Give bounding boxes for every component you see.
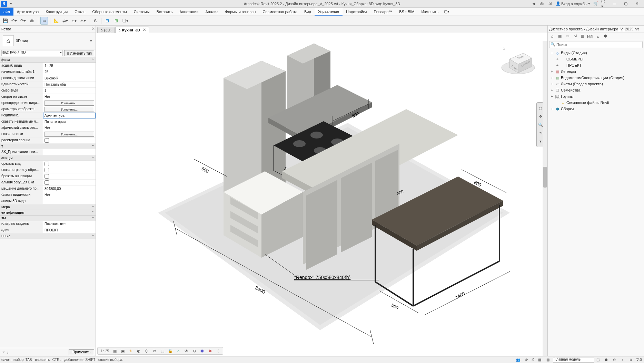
prop-checkbox[interactable]: [44, 174, 49, 179]
prop-value[interactable]: [43, 149, 96, 155]
pb-i2-icon[interactable]: ▭: [564, 33, 571, 39]
tree-toggle-icon[interactable]: +: [550, 69, 554, 74]
visual-style-icon[interactable]: ▣: [119, 348, 126, 354]
tree-row-1[interactable]: +ОБМЕРЫ: [549, 56, 643, 62]
sb-i2-icon[interactable]: ⟳: [523, 357, 529, 363]
sb-filter-icon[interactable]: ∇:0: [636, 357, 643, 363]
tree-toggle-icon[interactable]: +: [550, 94, 554, 98]
family-selector[interactable]: вид: Кухня_3D ▾: [1, 50, 63, 56]
tree-toggle-icon[interactable]: +: [550, 76, 554, 80]
prop-value[interactable]: По категории: [43, 119, 96, 125]
ribbon-tab-16[interactable]: Изменить: [418, 8, 442, 16]
section-collapse-icon[interactable]: ⌃: [91, 211, 94, 214]
print-icon[interactable]: 🖶: [28, 17, 36, 25]
tag-icon[interactable]: ❏▾: [121, 17, 129, 25]
ribbon-tab-10[interactable]: Совместная работа: [259, 8, 301, 16]
nav-arrow-icon[interactable]: ◀: [531, 1, 536, 7]
sb-workset-icon[interactable]: 👥: [515, 357, 521, 363]
prop-sort-icon[interactable]: ↕: [7, 350, 9, 354]
maximize-button[interactable]: ▢: [621, 0, 631, 7]
group-icon[interactable]: ⁂: [539, 1, 545, 7]
tree-row-9[interactable]: +⬢Сборки: [549, 106, 643, 112]
prop-section[interactable]: т⌃: [0, 144, 96, 149]
tree-row-3[interactable]: +▦Легенды: [549, 68, 643, 75]
pb-home-icon[interactable]: ⌂: [549, 33, 555, 39]
prop-value[interactable]: [43, 161, 96, 167]
sign-in-link[interactable]: 👤 Вход в службы ▾: [556, 1, 590, 6]
ribbon-tab-5[interactable]: Системы: [130, 8, 153, 16]
apply-button[interactable]: Применить: [69, 349, 94, 355]
close-button[interactable]: ✕: [632, 0, 642, 7]
sb-r4-icon[interactable]: ↕: [619, 357, 626, 363]
pb-i4-icon[interactable]: ▥: [579, 33, 586, 39]
prop-value[interactable]: Изменить...: [43, 106, 96, 112]
share-icon[interactable]: ⇲: [547, 1, 553, 7]
align-icon[interactable]: ⇄▾: [61, 17, 69, 25]
pb-i1-icon[interactable]: ▦: [557, 33, 563, 39]
prop-help-icon[interactable]: ☞: [1, 350, 5, 354]
main-model-combo[interactable]: Главная модель: [553, 357, 594, 363]
sb-r3-icon[interactable]: ⊙: [611, 357, 618, 363]
detail-level-icon[interactable]: ▦: [111, 348, 118, 354]
tree-toggle-icon[interactable]: −: [550, 51, 554, 55]
prop-value[interactable]: [43, 173, 96, 179]
scale-control[interactable]: 1 : 25: [99, 348, 110, 354]
prop-section[interactable]: зы⌃: [0, 216, 96, 221]
prop-value[interactable]: Изменить...: [43, 100, 96, 106]
analyt-icon[interactable]: ⊙: [191, 348, 198, 354]
prop-value[interactable]: Показать оба: [43, 82, 96, 87]
sb-r2-icon[interactable]: ⬢: [603, 357, 610, 363]
prop-value[interactable]: [43, 198, 96, 204]
browser-search-input[interactable]: [549, 41, 643, 48]
tree-row-5[interactable]: +▭Листы (Раздел проекта): [549, 81, 643, 87]
tree-toggle-icon[interactable]: +: [555, 57, 559, 61]
save-icon[interactable]: 💾: [1, 17, 9, 25]
vb-dd-icon[interactable]: ⟨: [215, 348, 221, 354]
measure-icon[interactable]: 📐: [52, 17, 60, 25]
prop-checkbox[interactable]: [44, 180, 49, 185]
sb-r5-icon[interactable]: ⊗: [627, 357, 634, 363]
ribbon-tab-14[interactable]: Enscape™: [370, 8, 396, 16]
crop-show-icon[interactable]: ⬚: [159, 348, 166, 354]
ribbon-tab-12[interactable]: Управление: [315, 8, 343, 16]
view-tab-0[interactable]: ⌂{3D}: [97, 27, 115, 33]
prop-checkbox[interactable]: [44, 168, 49, 172]
sb-r1-icon[interactable]: ⬚: [594, 357, 601, 363]
prop-value[interactable]: Высокий: [43, 75, 96, 81]
crop-icon[interactable]: ⧉: [151, 348, 158, 354]
section-collapse-icon[interactable]: ⌃: [91, 144, 94, 148]
ribbon-tab-8[interactable]: Анализ: [202, 8, 221, 16]
sun-path-icon[interactable]: ☀: [127, 348, 134, 354]
redo-icon[interactable]: ↷▾: [19, 17, 27, 25]
open-icon[interactable]: ↶▾: [10, 17, 18, 25]
section-collapse-icon[interactable]: ⌃: [91, 234, 94, 238]
tree-toggle-icon[interactable]: +: [550, 107, 554, 111]
prop-value[interactable]: Нет: [43, 192, 96, 198]
tree-row-2[interactable]: +ПРОЕКТ: [549, 62, 643, 68]
tree-row-6[interactable]: +❐Семейства: [549, 87, 643, 93]
tree-row-0[interactable]: −◇Виды (Стадия): [549, 50, 643, 56]
pb-i3-icon[interactable]: ⇲: [572, 33, 578, 39]
help-icon[interactable]: ⓘ ▾: [601, 1, 607, 7]
prop-value[interactable]: 1 : 25: [43, 63, 96, 69]
ribbon-tab-13[interactable]: Надстройки: [343, 8, 370, 16]
prop-edit-button[interactable]: Изменить...: [44, 101, 94, 106]
prop-edit-button[interactable]: Изменить...: [44, 132, 94, 137]
unlock-icon[interactable]: 🔓: [167, 348, 174, 354]
temp-hide-icon[interactable]: ⌂: [175, 348, 182, 354]
section-collapse-icon[interactable]: ⌃: [91, 216, 94, 220]
prop-checkbox[interactable]: [44, 162, 49, 166]
prop-value[interactable]: Архитектура: [43, 113, 96, 118]
reveal-icon[interactable]: 👁: [183, 348, 190, 354]
cart-icon[interactable]: 🛒: [593, 1, 598, 7]
ribbon-extra-icon[interactable]: ▢▾: [442, 8, 452, 16]
view-tab-1[interactable]: ⌂Кухня_3D✕: [115, 27, 149, 33]
prop-value[interactable]: Нет: [43, 94, 96, 100]
prop-value[interactable]: [43, 137, 96, 143]
paste-icon[interactable]: ✄▾: [79, 17, 87, 25]
home-icon[interactable]: ⌂▾: [70, 17, 78, 25]
prop-value[interactable]: Показать все: [43, 221, 96, 227]
scrollbar-vertical[interactable]: [543, 41, 547, 356]
viewcube[interactable]: Сверху Слева Спереди ⌂: [499, 44, 537, 79]
prop-section[interactable]: фика⌃: [0, 57, 96, 63]
